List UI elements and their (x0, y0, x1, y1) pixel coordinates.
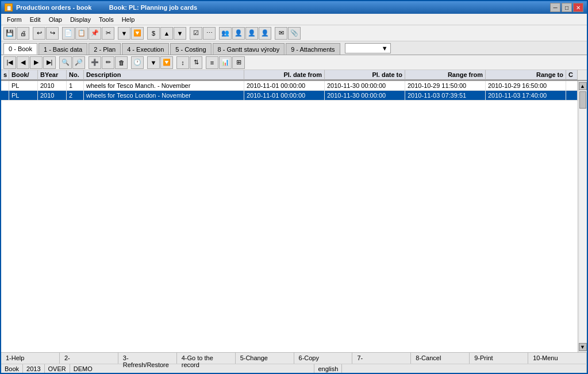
window-title-left: Production orders - book (16, 4, 91, 11)
tb-filter[interactable]: ▼ (118, 27, 130, 40)
tb-persons[interactable]: 👥 (219, 27, 232, 40)
key-10-menu[interactable]: 10-Menu (528, 353, 587, 364)
tb-save[interactable]: 💾 (3, 27, 16, 40)
key-2[interactable]: 2- (60, 353, 118, 364)
tb-new[interactable]: 📄 (62, 27, 75, 40)
toolbar2: |◀ ◀ ▶ ▶| 🔍 🔎 ➕ ✏ 🗑 🕐 ▼ 🔽 ↕ ⇅ ≡ 📊 ⊞ (1, 55, 587, 70)
tab-dropdown-arrow: ▼ (382, 45, 388, 52)
table-header: s Book/ BYear No. Description Pl. date f… (1, 70, 587, 81)
status-info: Book 2013 OVER DEMO english (1, 364, 587, 373)
tb2-filter4[interactable]: 🔽 (160, 56, 173, 69)
tb-filter2[interactable]: 🔽 (131, 27, 144, 40)
tb-person4[interactable]: 👤 (259, 27, 271, 40)
cell-book-2: PL (9, 91, 38, 100)
menu-help[interactable]: Help (118, 16, 139, 24)
cell-s-1 (1, 81, 9, 90)
tab-9-attachments[interactable]: 9 - Attachments (286, 43, 340, 55)
key-9-print[interactable]: 9-Print (470, 353, 528, 364)
table-body: PL 2010 1 wheels for Tesco Manch. - Nove… (1, 81, 578, 352)
status-over: OVER (45, 364, 70, 373)
toolbar1: 💾 🖨 ↩ ↪ 📄 📋 📌 ✂ ▼ 🔽 $ ▲ ▼ ☑ ⋯ 👥 👤 👤 👤 ✉ … (1, 25, 587, 41)
tb-mail[interactable]: ✉ (275, 27, 287, 40)
tb-more[interactable]: ⋯ (203, 27, 216, 40)
table-row[interactable]: PL 2010 2 wheels for Tesco London - Nove… (1, 91, 578, 101)
key-1-help[interactable]: 1-Help (1, 353, 60, 364)
cell-plto-2: 2010-11-30 00:00:00 (325, 91, 405, 100)
tb2-prev[interactable]: ◀ (17, 56, 29, 69)
tb2-last[interactable]: ▶| (43, 56, 56, 69)
tb-copy[interactable]: 📋 (75, 27, 88, 40)
cell-rangefrom-1: 2010-10-29 11:50:00 (405, 81, 486, 90)
tb2-edit[interactable]: ✏ (102, 56, 114, 69)
tab-dropdown[interactable]: ▼ (345, 43, 391, 53)
cell-c-1 (566, 81, 578, 90)
tb2-search[interactable]: 🔍 (59, 56, 72, 69)
tb-person3[interactable]: 👤 (245, 27, 258, 40)
tab-1-basic[interactable]: 1 - Basic data (39, 43, 87, 55)
menubar: Form Edit Olap Display Tools Help (1, 14, 587, 25)
col-header-desc: Description (84, 70, 244, 80)
close-button[interactable]: ✕ (573, 3, 583, 12)
key-3-refresh[interactable]: 3-Refresh/Restore (118, 353, 177, 364)
tb2-sort[interactable]: ↕ (176, 56, 189, 69)
tb2-delete[interactable]: 🗑 (115, 56, 128, 69)
tab-0-book[interactable]: 0 - Book (3, 43, 37, 55)
scrollbar-up[interactable]: ▲ (579, 82, 587, 90)
scrollbar-down[interactable]: ▼ (579, 343, 587, 351)
cell-book-1: PL (9, 81, 38, 90)
tb-undo[interactable]: ↩ (33, 27, 45, 40)
tb-paste[interactable]: 📌 (89, 27, 101, 40)
cell-byear-1: 2010 (38, 81, 67, 90)
tb-print[interactable]: 🖨 (17, 27, 29, 40)
menu-edit[interactable]: Edit (26, 16, 44, 24)
table-row[interactable]: PL 2010 1 wheels for Tesco Manch. - Nove… (1, 81, 578, 91)
scrollbar[interactable]: ▲ ▼ (578, 81, 587, 352)
cell-rangeto-1: 2010-10-29 16:50:00 (486, 81, 566, 90)
minimize-button[interactable]: ─ (550, 3, 560, 12)
col-header-book: Book/ (9, 70, 38, 80)
tb2-sort2[interactable]: ⇅ (190, 56, 202, 69)
scrollbar-thumb[interactable] (579, 91, 586, 109)
tb2-search2[interactable]: 🔎 (72, 56, 85, 69)
tb-check[interactable]: ☑ (190, 27, 202, 40)
menu-form[interactable]: Form (3, 16, 25, 24)
tb-down[interactable]: ▼ (174, 27, 186, 40)
key-8-cancel[interactable]: 8-Cancel (411, 353, 470, 364)
tb2-add[interactable]: ➕ (89, 56, 101, 69)
tb2-filter3[interactable]: ▼ (147, 56, 160, 69)
status-lang: english (314, 364, 342, 373)
tb-redo[interactable]: ↪ (46, 27, 59, 40)
cell-byear-2: 2010 (38, 91, 67, 100)
cell-c-2 (566, 91, 578, 100)
tab-2-plan[interactable]: 2 - Plan (89, 43, 121, 55)
tb2-next[interactable]: ▶ (30, 56, 43, 69)
tb2-first[interactable]: |◀ (3, 56, 16, 69)
tb2-rows[interactable]: ≡ (206, 56, 218, 69)
tab-8-gantt[interactable]: 8 - Gantt stavu výroby (213, 43, 285, 55)
tb2-excel[interactable]: 📊 (219, 56, 232, 69)
tb-currency[interactable]: $ (147, 27, 160, 40)
key-6-copy[interactable]: 6-Copy (294, 353, 353, 364)
tb-person2[interactable]: 👤 (232, 27, 245, 40)
maximize-button[interactable]: □ (562, 3, 572, 12)
status-year: 2013 (23, 364, 44, 373)
tb2-clock[interactable]: 🕐 (131, 56, 144, 69)
menu-display[interactable]: Display (67, 16, 94, 24)
cell-plfrom-2: 2010-11-01 00:00:00 (244, 91, 325, 100)
tb2-grid[interactable]: ⊞ (232, 56, 245, 69)
key-4-goto[interactable]: 4-Go to the record (177, 353, 236, 364)
menu-olap[interactable]: Olap (45, 16, 66, 24)
menu-tools[interactable]: Tools (95, 16, 117, 24)
col-header-s: s (1, 70, 9, 80)
status-keys: 1-Help 2- 3-Refresh/Restore 4-Go to the … (1, 353, 587, 364)
tb-attach[interactable]: 📎 (288, 27, 301, 40)
tab-4-execution[interactable]: 4 - Execution (122, 43, 169, 55)
window-title-right: Book: PL: Planning job cards (109, 4, 197, 11)
tab-5-costing[interactable]: 5 - Costing (170, 43, 211, 55)
key-7[interactable]: 7- (352, 353, 411, 364)
main-window: 📋 Production orders - book Book: PL: Pla… (0, 0, 588, 374)
key-5-change[interactable]: 5-Change (236, 353, 294, 364)
tb-up[interactable]: ▲ (160, 27, 173, 40)
status-extra (342, 364, 587, 373)
tb-cut[interactable]: ✂ (102, 27, 114, 40)
